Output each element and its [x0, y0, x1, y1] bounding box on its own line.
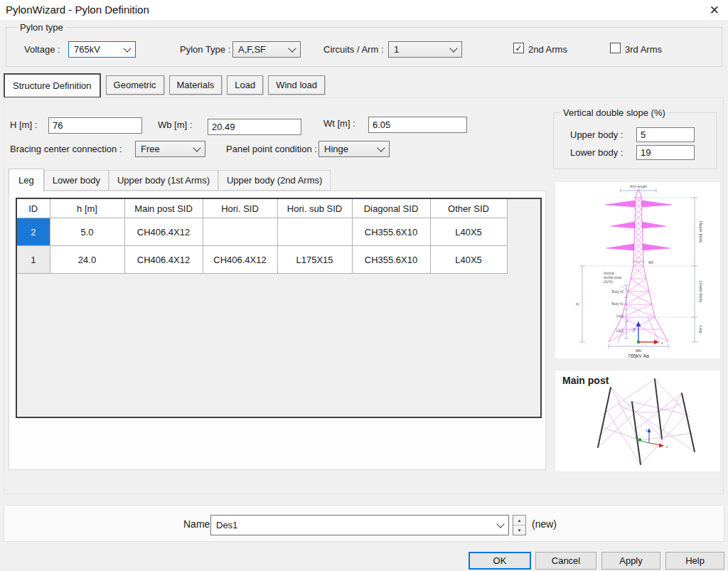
main-post-panel: Main post z x y [555, 370, 721, 472]
circuits-arm-label: Circuits / Arm : [323, 44, 384, 55]
bracing-center-select[interactable]: Free [135, 141, 205, 157]
tab-load[interactable]: Load [227, 75, 263, 95]
table-row: 2 5.0 CH406.4X12 CH355.6X10 L40X5 [17, 218, 507, 246]
panel-point-select[interactable]: Hinge [318, 141, 390, 157]
help-button[interactable]: Help [665, 552, 724, 570]
h-label: H [m] : [10, 119, 37, 130]
main-post-z-axis-label: z [646, 428, 648, 432]
col-header-diagonal-sid[interactable]: Diagonal SID [352, 199, 430, 218]
vertical-double-slope-label: Vertical double slope (%) [560, 107, 668, 118]
diagram-leg2-label: Leg2 [616, 314, 624, 318]
wt-input[interactable] [368, 117, 467, 133]
name-spinner: ▲ ▼ [513, 515, 526, 535]
tab-upper-body-1st-arms[interactable]: Upper body (1st Arms) [109, 170, 218, 191]
voltage-select[interactable]: 765kV [68, 41, 136, 58]
diagram-lower-body-label: Lower body [699, 280, 703, 302]
checkmark-icon: ✓ [515, 43, 522, 53]
panel-point-label: Panel point condition : [226, 144, 317, 154]
main-tab-strip: Structure Definition Geometric Materials… [4, 73, 330, 98]
window-title: PylonWizard - Pylon Definition [6, 4, 149, 16]
upper-body-label: Upper body : [570, 129, 623, 140]
bracing-center-value: Free [141, 144, 194, 154]
diagram-wb-label: Wb [636, 348, 641, 353]
cell-h[interactable]: 24.0 [50, 246, 124, 274]
wb-label: Wb [m] : [158, 119, 192, 130]
cell-other-sid[interactable]: L40X5 [430, 246, 507, 274]
col-header-hori-sub-sid[interactable]: Hori. sub SID [277, 199, 352, 218]
upper-body-input[interactable] [636, 127, 695, 142]
diagram-arm-length-label: Arm length [630, 184, 647, 188]
cell-hori-sub-sid[interactable] [277, 218, 352, 246]
pylon-schematic-panel: Arm length Upper body Lower body Leg Wt … [555, 181, 721, 359]
new-status-label: (new) [532, 518, 557, 530]
diagram-upper-body-label: Upper body [699, 220, 703, 242]
tab-lower-body[interactable]: Lower body [44, 170, 109, 191]
cell-other-sid[interactable]: L40X5 [430, 218, 507, 246]
name-select[interactable]: Des1 [210, 515, 509, 535]
chevron-down-icon [288, 44, 296, 52]
cell-hori-sub-sid[interactable]: L175X15 [277, 246, 352, 274]
tab-upper-body-2nd-arms[interactable]: Upper body (2nd Arms) [218, 170, 331, 191]
ok-button[interactable]: OK [469, 552, 531, 570]
name-value: Des1 [216, 520, 498, 530]
second-arms-checkbox[interactable]: ✓ [513, 43, 524, 53]
name-label: Name [183, 518, 210, 530]
wb-input[interactable] [208, 119, 301, 135]
tab-materials[interactable]: Materials [169, 75, 223, 95]
col-header-other-sid[interactable]: Other SID [430, 199, 507, 218]
spinner-down-icon[interactable]: ▼ [513, 525, 525, 535]
bracing-center-label: Bracing center connection : [10, 144, 122, 154]
cell-diagonal-sid[interactable]: CH355.6X10 [352, 246, 430, 274]
circuits-arm-value: 1 [394, 44, 451, 55]
diagram-slope-note-1: Vertical [604, 272, 614, 275]
pylon-type-select[interactable]: A,F,SF [232, 41, 301, 58]
pylon-type-label: Pylon Type : [180, 44, 230, 55]
diagram-body-h1-label: Body h1 [611, 302, 623, 306]
voltage-label: Voltage : [24, 44, 60, 55]
diagram-caption: 765kV Aa [628, 353, 649, 358]
table-row: 1 24.0 CH406.4X12 CH406.4X12 L175X15 CH3… [17, 246, 507, 274]
main-post-drawing: z x y [555, 370, 722, 473]
cancel-button[interactable]: Cancel [535, 552, 596, 570]
diagram-z-axis-label: Z [632, 328, 636, 332]
chevron-down-icon [377, 144, 385, 151]
tab-structure-definition[interactable]: Structure Definition [4, 73, 101, 98]
diagram-body-h2-label: Body h2 [611, 290, 623, 294]
row-id-cell[interactable]: 1 [17, 246, 50, 274]
chevron-down-icon [193, 144, 200, 151]
section-table: ID h [m] Main post SID Hori. SID Hori. s… [16, 198, 542, 418]
cell-main-post-sid[interactable]: CH406.4X12 [124, 246, 203, 274]
spinner-up-icon[interactable]: ▲ [513, 516, 525, 525]
circuits-arm-select[interactable]: 1 [388, 41, 462, 58]
tab-leg[interactable]: Leg [9, 169, 44, 193]
cell-h[interactable]: 5.0 [50, 218, 124, 246]
diagram-leg-label: Leg [699, 326, 703, 333]
col-header-h[interactable]: h [m] [50, 199, 124, 218]
col-header-id[interactable]: ID [17, 199, 50, 218]
pylon-schematic-drawing: Arm length Upper body Lower body Leg Wt … [555, 182, 722, 360]
cell-diagonal-sid[interactable]: CH355.6X10 [352, 218, 430, 246]
wt-label: Wt [m] : [323, 118, 355, 129]
cell-hori-sid[interactable] [203, 218, 277, 246]
close-icon[interactable]: ✕ [707, 3, 722, 18]
diagram-h-label: H [576, 302, 579, 306]
third-arms-label: 3rd Arms [625, 44, 662, 55]
lower-body-input[interactable] [636, 145, 695, 160]
diagram-leg1-label: Leg1 [616, 329, 624, 333]
voltage-value: 765kV [74, 44, 124, 55]
chevron-down-icon [123, 44, 131, 52]
cell-main-post-sid[interactable]: CH406.4X12 [124, 218, 203, 246]
diagram-wt-label: Wt [648, 260, 653, 265]
h-input[interactable] [48, 117, 142, 134]
cell-hori-sid[interactable]: CH406.4X12 [203, 246, 277, 274]
table-header-row: ID h [m] Main post SID Hori. SID Hori. s… [17, 199, 507, 218]
tab-geometric[interactable]: Geometric [106, 75, 164, 95]
col-header-hori-sid[interactable]: Hori. SID [203, 199, 277, 218]
col-header-main-post-sid[interactable]: Main post SID [124, 199, 203, 218]
third-arms-checkbox[interactable] [610, 43, 621, 53]
lower-body-label: Lower body : [570, 147, 623, 158]
tab-wind-load[interactable]: Wind load [268, 75, 325, 95]
apply-button[interactable]: Apply [601, 552, 660, 570]
chevron-down-icon [496, 520, 504, 528]
row-id-cell[interactable]: 2 [17, 218, 50, 246]
